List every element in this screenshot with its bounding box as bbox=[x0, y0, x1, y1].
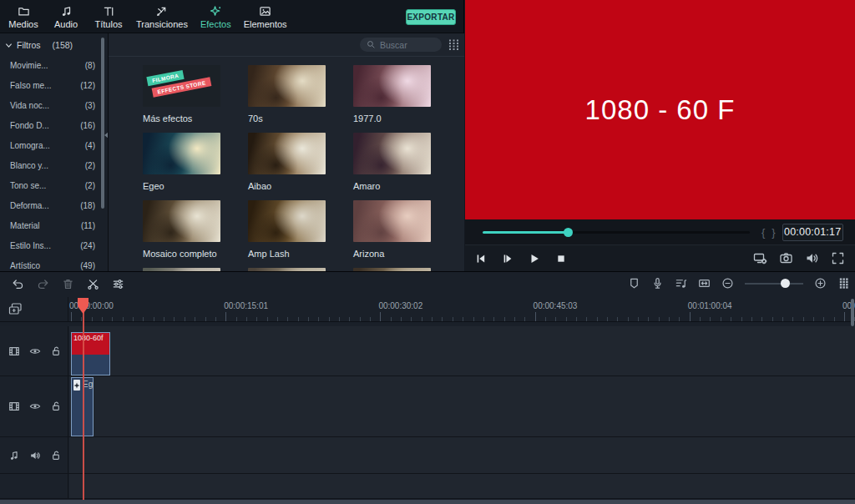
effect-card-1977-0[interactable]: 1977.0 bbox=[353, 65, 431, 133]
fullscreen-icon[interactable] bbox=[831, 251, 845, 265]
filter-category-sidebar: Filtros (158) Movimie... (8)Falso me... … bbox=[0, 33, 108, 271]
sidebar-item-label: Falso me... bbox=[10, 81, 51, 90]
adjust-icon[interactable] bbox=[112, 278, 124, 290]
ruler-minor-tick bbox=[453, 317, 453, 321]
tab-efectos[interactable]: Efectos bbox=[200, 4, 231, 33]
lock-open-icon[interactable] bbox=[50, 450, 62, 461]
video-track-2-lane[interactable] bbox=[69, 376, 855, 436]
tab-elementos[interactable]: Elementos bbox=[244, 4, 287, 33]
sidebar-group-filtros[interactable]: Filtros (158) bbox=[0, 33, 108, 55]
export-button[interactable]: EXPORTAR bbox=[406, 9, 456, 25]
snapshot-icon[interactable] bbox=[779, 251, 793, 265]
volume-icon[interactable] bbox=[805, 251, 819, 265]
undo-icon[interactable] bbox=[12, 278, 24, 290]
lock-open-icon[interactable] bbox=[50, 345, 62, 357]
manage-tracks-icon[interactable] bbox=[8, 301, 23, 317]
display-settings-icon[interactable] bbox=[753, 251, 767, 265]
preview-panel: 1080 - 60 F { } 00:00:01:17 bbox=[465, 0, 855, 271]
sidebar-item-label: Estilo Ins... bbox=[10, 241, 51, 250]
eye-icon[interactable] bbox=[29, 345, 41, 357]
ruler-minor-tick bbox=[524, 317, 525, 321]
effect-name: Más efectos bbox=[143, 113, 220, 123]
track-manager-icon[interactable] bbox=[837, 277, 850, 290]
tab-label: Audio bbox=[54, 19, 78, 29]
zoom-out-icon[interactable] bbox=[721, 277, 734, 290]
effects-browser-panel: Buscar FILMORAEFFECTS STOREMás efectos70… bbox=[108, 33, 464, 271]
empty-track-lane[interactable] bbox=[69, 474, 855, 498]
play-icon[interactable] bbox=[529, 253, 540, 265]
sidebar-item-falso-me[interactable]: Falso me... (12) bbox=[0, 75, 108, 95]
ruler-minor-tick bbox=[834, 317, 835, 321]
effect-card-arizona[interactable]: Arizona bbox=[353, 200, 431, 268]
eye-icon[interactable] bbox=[29, 401, 41, 412]
progress-knob[interactable] bbox=[564, 228, 573, 237]
effect-card-70s[interactable]: 70s bbox=[248, 65, 326, 133]
record-voiceover-icon[interactable] bbox=[651, 277, 664, 290]
previous-frame-icon[interactable] bbox=[475, 253, 487, 265]
playback-progress-row: { } 00:00:01:17 bbox=[465, 219, 855, 244]
timeline-zoom-slider[interactable] bbox=[745, 279, 803, 289]
tab-medios[interactable]: Medios bbox=[8, 4, 38, 33]
mark-in-icon[interactable]: { bbox=[761, 226, 765, 239]
next-frame-icon[interactable] bbox=[502, 253, 514, 265]
effect-thumbnail bbox=[353, 65, 431, 107]
mark-out-icon[interactable]: } bbox=[772, 226, 775, 239]
effect-card-amp-lash[interactable]: Amp Lash bbox=[248, 200, 326, 268]
ruler-minor-tick bbox=[112, 317, 113, 321]
tab-audio[interactable]: Audio bbox=[51, 4, 81, 33]
search-input[interactable]: Buscar bbox=[360, 38, 442, 52]
timeline-ruler[interactable]: 00:00:00:0000:00:15:0100:00:30:0200:00:4… bbox=[68, 297, 855, 322]
sidebar-item-movimie[interactable]: Movimie... (8) bbox=[0, 55, 108, 75]
timeline-clip-1080-60f[interactable]: 1080-60f bbox=[71, 332, 110, 375]
mark-in-out: { } bbox=[761, 226, 776, 239]
stop-icon[interactable] bbox=[555, 253, 567, 265]
ruler-minor-tick bbox=[123, 317, 124, 321]
zoom-slider-knob[interactable] bbox=[781, 279, 790, 288]
sidebar-item-material[interactable]: Material (11) bbox=[0, 215, 108, 235]
zoom-to-fit-icon[interactable] bbox=[698, 277, 711, 290]
ruler-minor-tick bbox=[782, 317, 783, 321]
empty-track-header bbox=[0, 474, 68, 498]
sidebar-item-tono-se[interactable]: Tono se... (2) bbox=[0, 175, 108, 195]
sidebar-item-deforma[interactable]: Deforma... (18) bbox=[0, 195, 108, 215]
ruler-minor-tick bbox=[679, 317, 680, 321]
split-scissors-icon[interactable] bbox=[87, 278, 99, 290]
sidebar-item-fondo-d[interactable]: Fondo D... (16) bbox=[0, 115, 108, 135]
video-track-1-lane[interactable] bbox=[69, 326, 855, 375]
ruler-minor-tick bbox=[215, 317, 216, 321]
ruler-timestamp: 00:00:00:00 bbox=[69, 301, 114, 310]
effect-star-icon bbox=[73, 380, 80, 391]
sidebar-item-vida-noc[interactable]: Vida noc... (3) bbox=[0, 95, 108, 115]
ruler-minor-tick bbox=[555, 317, 556, 321]
effect-thumbnail bbox=[248, 65, 326, 107]
effect-thumbnail bbox=[248, 133, 326, 174]
tab-transiciones[interactable]: Transiciones bbox=[136, 4, 188, 33]
effect-card-mosaico-completo[interactable]: Mosaico completo bbox=[143, 200, 220, 268]
effect-card-mas-efectos[interactable]: FILMORAEFFECTS STOREMás efectos bbox=[143, 65, 220, 133]
audio-mixer-icon[interactable] bbox=[675, 277, 687, 290]
ruler-minor-tick bbox=[545, 317, 546, 321]
effect-card-aibao[interactable]: Aibao bbox=[248, 133, 326, 200]
ruler-minor-tick bbox=[185, 317, 185, 321]
sidebar-item-estilo-ins[interactable]: Estilo Ins... (24) bbox=[0, 235, 108, 255]
audio-track-1-header bbox=[0, 437, 68, 473]
effect-card-egeo[interactable]: Egeo bbox=[143, 133, 220, 200]
zoom-in-icon[interactable] bbox=[814, 277, 827, 290]
titles-icon bbox=[103, 4, 115, 18]
sidebar-item-blanco-y[interactable]: Blanco y... (2) bbox=[0, 155, 108, 175]
sidebar-scrollbar[interactable] bbox=[101, 38, 104, 209]
ruler-major-tick bbox=[225, 312, 226, 321]
sidebar-item-count: (8) bbox=[85, 61, 95, 70]
marker-icon[interactable] bbox=[628, 277, 640, 290]
timeline-horizontal-scrollbar[interactable] bbox=[0, 500, 855, 504]
lock-open-icon[interactable] bbox=[50, 401, 62, 412]
ruler-minor-tick bbox=[422, 317, 422, 321]
sidebar-item-lomogra[interactable]: Lomogra... (4) bbox=[0, 135, 108, 155]
effect-card-amaro[interactable]: Amaro bbox=[353, 133, 431, 200]
tab-titulos[interactable]: Títulos bbox=[94, 4, 124, 33]
playback-progress-slider[interactable] bbox=[483, 231, 750, 234]
grid-view-icon[interactable] bbox=[448, 39, 459, 50]
audio-track-1-lane[interactable] bbox=[69, 437, 855, 473]
speaker-icon[interactable] bbox=[29, 450, 41, 461]
timeline-vertical-scrollbar[interactable] bbox=[851, 299, 854, 326]
